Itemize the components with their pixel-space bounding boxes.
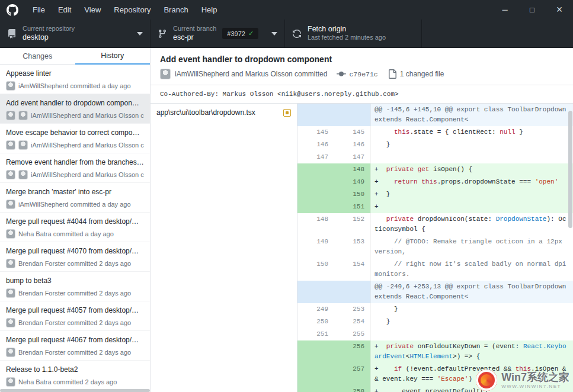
repository-selector[interactable]: Current repository desktop [0,20,151,47]
pr-status-badge: #3972 ✓ [222,28,258,39]
history-item[interactable]: Release to 1.1.0-beta2Neha Batra committ… [0,361,150,390]
fetch-title: Fetch origin [308,25,386,34]
diff-rows: @@ -145,6 +145,10 @@ export class Toolba… [297,104,573,392]
commit-description: Co-Authored-By: Markus Olsson <niik@user… [151,85,573,104]
history-item[interactable]: Merge pull request #4070 from desktop/…B… [0,242,150,272]
code-line: + } [370,188,573,201]
history-scrollbar[interactable] [0,389,150,392]
old-line-number [297,163,334,176]
diff-line: 145145 this.state = { clientRect: null } [297,126,573,139]
fetch-origin-button[interactable]: Fetch origin Last fetched 2 minutes ago [285,20,422,47]
code-line: } [370,316,573,328]
history-item[interactable]: Merge pull request #4057 from desktop/…B… [0,301,150,331]
diff-line: 249253 } [297,303,573,316]
history-item[interactable]: Merge pull request #4067 from desktop/…B… [0,331,150,361]
history-item[interactable]: bump to beta3Brendan Forster committed 2… [0,272,150,301]
menu-help[interactable]: Help [195,0,224,20]
close-button[interactable]: × [546,0,573,20]
changed-file-list: app\src\ui\toolbar\dropdown.tsx [151,104,297,392]
branch-selector[interactable]: Current branch esc-pr #3972 ✓ [151,20,285,47]
diff-line: 251255 [297,328,573,340]
history-list: Appease linteriAmWillShepherd committed … [0,65,150,392]
history-item[interactable]: Appease linteriAmWillShepherd committed … [0,65,150,94]
diff-line: 258+ event.preventDefault() [297,385,573,392]
old-line-number [297,188,334,201]
code-line [370,328,573,340]
new-line-number [334,281,370,303]
code-line: + return this.props.dropdownState === 'o… [370,176,573,188]
history-commit-title: Move escape behavior to correct compo… [6,128,144,137]
history-item[interactable]: Remove event handler from the branches…i… [0,153,150,183]
history-item[interactable]: Move escape behavior to correct compo…iA… [0,124,150,153]
check-icon: ✓ [248,30,254,37]
history-commit-title: Merge pull request #4067 from desktop/… [6,336,144,344]
history-item[interactable]: Merge branch 'master' into esc-priAmWill… [0,183,150,213]
history-commit-meta: Neha Batra committed 2 days ago [6,377,144,387]
repository-label: Current repository [23,25,75,33]
old-line-number: 146 [297,139,334,151]
diff-line: 146146 } [297,139,573,151]
new-line-number: 253 [334,303,370,316]
history-item[interactable]: Add event handler to dropdown compon…iAm… [0,94,150,124]
old-line-number: 150 [297,258,334,281]
file-row[interactable]: app\src\ui\toolbar\dropdown.tsx [151,104,297,121]
new-line-number: 254 [334,316,370,328]
menu-edit[interactable]: Edit [52,0,78,20]
commit-byline: iAmWillShepherd and Markus Olsson commit… [175,70,327,78]
menu-branch[interactable]: Branch [157,0,194,20]
new-line-number: 147 [334,151,370,163]
avatar [160,69,171,79]
history-commit-meta: Brendan Forster committed 2 days ago [6,259,144,268]
old-line-number [297,281,334,303]
modified-status-icon [283,109,291,117]
menu-view[interactable]: View [78,0,107,20]
history-commit-meta: Neha Batra committed a day ago [6,229,144,239]
old-line-number: 149 [297,236,334,258]
chevron-down-icon [137,32,143,36]
old-line-number [297,201,334,213]
history-commit-title: Merge pull request #4070 from desktop/… [6,247,144,255]
avatar [6,348,15,357]
history-commit-title: Release to 1.1.0-beta2 [6,365,144,374]
diff-line: 250254 } [297,316,573,328]
diff-line: 149153 // @TODO: Remake triangle octicon… [297,236,573,258]
history-commit-meta: iAmWillShepherd and Markus Olsson co… [6,170,144,179]
tab-history[interactable]: History [75,48,151,65]
avatar [6,318,15,327]
file-icon [388,69,397,79]
tab-changes[interactable]: Changes [0,48,75,65]
old-line-number: 148 [297,213,334,236]
commit-sha: c79e71c [349,70,377,78]
diff-line: 150154 // right now it's scaled badly on… [297,258,573,281]
code-line: } [370,303,573,316]
minimize-button[interactable]: ─ [491,0,518,20]
history-commit-meta: Brendan Forster committed 2 days ago [6,288,144,298]
code-line: + [370,201,573,213]
diff-line: 147147 [297,151,573,163]
history-item[interactable]: Merge pull request #4044 from desktop/…N… [0,213,150,242]
history-commit-title: Merge branch 'master' into esc-pr [6,188,144,196]
history-commit-title: Merge pull request #4057 from desktop/… [6,306,144,314]
avatar [6,200,15,209]
old-line-number: 250 [297,316,334,328]
fetch-subtitle: Last fetched 2 minutes ago [308,34,386,42]
window-controls: ─ □ × [491,0,573,20]
old-line-number [297,385,334,392]
sidebar: Changes History Appease linteriAmWillShe… [0,48,151,392]
avatar [6,81,15,91]
commit-detail-pane: Add event handler to dropdown component … [151,48,573,392]
old-line-number [297,340,334,363]
commit-title: Add event handler to dropdown component [160,54,564,64]
avatar [6,288,15,298]
menu-bar: FileEditViewRepositoryBranchHelp [26,0,223,20]
maximize-button[interactable]: □ [518,0,546,20]
old-line-number [297,176,334,188]
menu-repository[interactable]: Repository [107,0,157,20]
menu-file[interactable]: File [26,0,52,20]
new-line-number: 146 [334,139,370,151]
code-line: + private onFoldoutKeyDown = (event: Rea… [370,340,573,363]
history-commit-title: Remove event handler from the branches… [6,158,144,166]
diff-scrollbar-thumb[interactable] [568,111,572,228]
new-line-number: 148 [334,163,370,176]
diff-line: 150+ } [297,188,573,201]
